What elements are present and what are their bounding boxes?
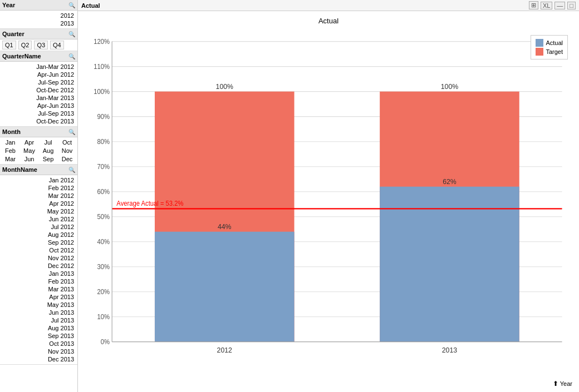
monthname-item[interactable]: Mar 2012 xyxy=(0,192,77,200)
svg-text:Average Actual = 53.2%: Average Actual = 53.2% xyxy=(116,200,183,207)
chart-title: Actual xyxy=(84,17,573,25)
monthname-item[interactable]: Aug 2012 xyxy=(0,231,77,239)
quartername-header-label: QuarterName xyxy=(2,53,41,59)
minimize-icon[interactable]: — xyxy=(555,2,565,9)
monthname-item[interactable]: Sep 2013 xyxy=(0,332,77,340)
month-button[interactable]: Apr xyxy=(20,138,38,146)
quarter-button[interactable]: Q4 xyxy=(50,41,64,49)
monthname-item[interactable]: Oct 2013 xyxy=(0,340,77,348)
sidebar: Year 🔍 20122013 Quarter 🔍 Q1Q2Q3Q4 Quart… xyxy=(0,0,78,392)
chart-window-title: Actual xyxy=(81,2,100,9)
monthname-item[interactable]: Sep 2012 xyxy=(0,239,77,246)
quartername-item[interactable]: Jan-Mar 2013 xyxy=(0,94,77,102)
month-section: Month 🔍 JanAprJulOctFebMayAugNovMarJunSe… xyxy=(0,127,77,165)
month-button[interactable]: Jun xyxy=(20,155,38,163)
svg-text:60%: 60% xyxy=(97,188,110,195)
month-button[interactable]: Nov xyxy=(58,147,76,155)
svg-text:40%: 40% xyxy=(97,239,110,245)
monthname-item[interactable]: Dec 2013 xyxy=(0,355,77,363)
year-search-icon[interactable]: 🔍 xyxy=(68,2,75,8)
legend-target-color xyxy=(536,48,543,56)
svg-text:0%: 0% xyxy=(101,339,110,345)
monthname-header-label: MonthName xyxy=(2,166,37,173)
month-header[interactable]: Month 🔍 xyxy=(0,127,77,137)
svg-text:50%: 50% xyxy=(97,214,110,220)
legend-actual: Actual xyxy=(536,39,563,47)
year-drill-button[interactable]: ⬆ Year xyxy=(553,380,572,388)
chart-titlebar: Actual ⊞ XL — □ xyxy=(78,0,579,11)
monthname-item[interactable]: Jan 2013 xyxy=(0,270,77,277)
svg-text:120%: 120% xyxy=(94,38,110,45)
monthname-list: Jan 2012Feb 2012Mar 2012Apr 2012May 2012… xyxy=(0,175,77,364)
quartername-header[interactable]: QuarterName 🔍 xyxy=(0,51,77,62)
monthname-item[interactable]: Nov 2013 xyxy=(0,348,77,355)
quartername-item[interactable]: Oct-Dec 2013 xyxy=(0,117,77,125)
monthname-item[interactable]: Jul 2013 xyxy=(0,316,77,324)
monthname-item[interactable]: Jan 2012 xyxy=(0,176,77,184)
month-button[interactable]: Sep xyxy=(39,155,57,163)
quartername-item[interactable]: Jan-Mar 2012 xyxy=(0,63,77,71)
quarter-button[interactable]: Q2 xyxy=(18,41,32,49)
quartername-item[interactable]: Jul-Sep 2013 xyxy=(0,110,77,117)
svg-text:110%: 110% xyxy=(94,63,110,70)
svg-rect-28 xyxy=(155,232,295,342)
svg-text:20%: 20% xyxy=(97,289,110,295)
maximize-icon[interactable]: □ xyxy=(567,2,576,9)
main-panel: Actual ⊞ XL — □ Actual 0%10%20%30%40%50%… xyxy=(78,0,579,392)
quartername-search-icon[interactable]: 🔍 xyxy=(68,53,75,59)
year-header[interactable]: Year 🔍 xyxy=(0,0,77,11)
monthname-item[interactable]: Jul 2012 xyxy=(0,223,77,231)
year-item[interactable]: 2013 xyxy=(0,19,77,27)
month-button[interactable]: Dec xyxy=(58,155,76,163)
quartername-item[interactable]: Apr-Jun 2013 xyxy=(0,102,77,110)
monthname-item[interactable]: Mar 2013 xyxy=(0,285,77,293)
quarter-search-icon[interactable]: 🔍 xyxy=(68,31,75,37)
svg-text:70%: 70% xyxy=(97,163,110,170)
svg-rect-33 xyxy=(380,187,519,342)
monthname-header[interactable]: MonthName 🔍 xyxy=(0,165,77,175)
legend-target-label: Target xyxy=(546,48,563,55)
monthname-item[interactable]: Feb 2012 xyxy=(0,184,77,192)
monthname-item[interactable]: Aug 2013 xyxy=(0,324,77,332)
month-button[interactable]: Feb xyxy=(1,147,19,155)
quarter-header-label: Quarter xyxy=(2,31,24,37)
monthname-item[interactable]: Jun 2013 xyxy=(0,309,77,316)
monthname-search-icon[interactable]: 🔍 xyxy=(68,167,75,173)
grid-icon[interactable]: ⊞ xyxy=(529,1,538,9)
legend-actual-color xyxy=(536,39,543,47)
svg-text:10%: 10% xyxy=(97,314,110,320)
month-buttons: JanAprJulOctFebMayAugNovMarJunSepDec xyxy=(0,137,77,164)
xl-icon[interactable]: XL xyxy=(541,2,552,9)
quartername-item[interactable]: Jul-Sep 2012 xyxy=(0,78,77,86)
monthname-item[interactable]: May 2012 xyxy=(0,207,77,215)
month-button[interactable]: Mar xyxy=(1,155,19,163)
monthname-item[interactable]: Oct 2012 xyxy=(0,246,77,254)
legend-actual-label: Actual xyxy=(546,39,563,46)
svg-text:44%: 44% xyxy=(218,223,232,231)
year-item[interactable]: 2012 xyxy=(0,12,77,19)
monthname-item[interactable]: May 2013 xyxy=(0,301,77,309)
quartername-item[interactable]: Oct-Dec 2012 xyxy=(0,86,77,94)
quarter-header[interactable]: Quarter 🔍 xyxy=(0,29,77,39)
monthname-item[interactable]: Dec 2012 xyxy=(0,262,77,270)
quartername-item[interactable]: Apr-Jun 2012 xyxy=(0,71,77,78)
monthname-item[interactable]: Jun 2012 xyxy=(0,215,77,223)
month-button[interactable]: Aug xyxy=(39,147,57,155)
month-button[interactable]: Jan xyxy=(1,138,19,146)
month-button[interactable]: Jul xyxy=(39,138,57,146)
monthname-item[interactable]: Feb 2013 xyxy=(0,277,77,285)
chart-area: Actual 0%10%20%30%40%50%60%70%80%90%100%… xyxy=(78,11,579,392)
quarter-button[interactable]: Q3 xyxy=(34,41,48,49)
svg-text:100%: 100% xyxy=(94,88,110,95)
legend-target: Target xyxy=(536,48,563,56)
year-list: 20122013 xyxy=(0,11,77,28)
quarter-button[interactable]: Q1 xyxy=(2,41,16,49)
svg-text:2012: 2012 xyxy=(217,346,232,354)
month-search-icon[interactable]: 🔍 xyxy=(68,129,75,135)
monthname-item[interactable]: Nov 2012 xyxy=(0,254,77,262)
month-button[interactable]: Oct xyxy=(58,138,76,146)
monthname-item[interactable]: Apr 2012 xyxy=(0,200,77,207)
year-header-label: Year xyxy=(2,2,15,8)
monthname-item[interactable]: Apr 2013 xyxy=(0,293,77,301)
month-button[interactable]: May xyxy=(20,147,38,155)
